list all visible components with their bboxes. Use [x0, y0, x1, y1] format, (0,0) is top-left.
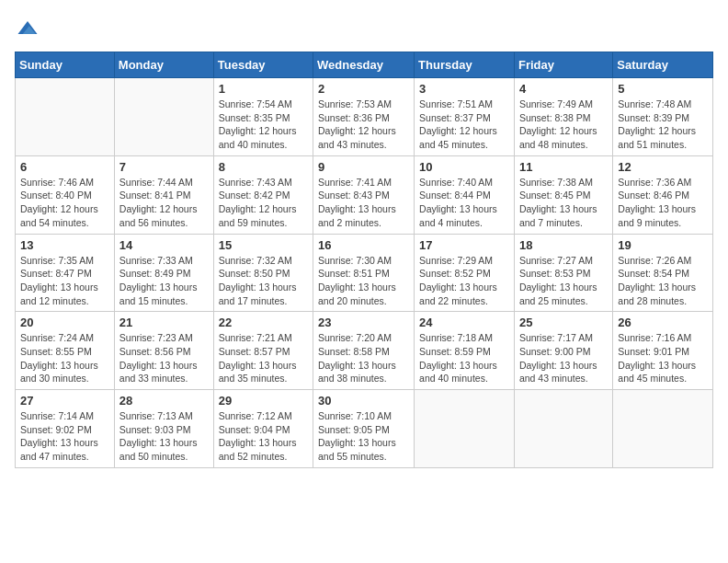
day-number: 18: [519, 238, 608, 252]
day-info: Sunrise: 7:38 AM Sunset: 8:45 PM Dayligh…: [519, 176, 608, 230]
calendar-cell: 12Sunrise: 7:36 AM Sunset: 8:46 PM Dayli…: [613, 155, 713, 234]
day-number: 19: [618, 238, 708, 252]
calendar-week-row: 20Sunrise: 7:24 AM Sunset: 8:55 PM Dayli…: [16, 312, 713, 390]
day-number: 27: [20, 394, 109, 408]
calendar-cell: 26Sunrise: 7:16 AM Sunset: 9:01 PM Dayli…: [613, 312, 713, 390]
day-number: 16: [318, 238, 409, 252]
day-number: 7: [119, 160, 209, 174]
day-info: Sunrise: 7:48 AM Sunset: 8:39 PM Dayligh…: [618, 98, 708, 152]
day-number: 28: [119, 394, 209, 408]
day-info: Sunrise: 7:18 AM Sunset: 8:59 PM Dayligh…: [419, 331, 509, 385]
calendar-cell: 6Sunrise: 7:46 AM Sunset: 8:40 PM Daylig…: [16, 155, 115, 234]
calendar-cell: 19Sunrise: 7:26 AM Sunset: 8:54 PM Dayli…: [613, 234, 713, 312]
day-number: 20: [20, 316, 109, 329]
calendar-cell: 24Sunrise: 7:18 AM Sunset: 8:59 PM Dayli…: [415, 312, 515, 390]
calendar-cell: 18Sunrise: 7:27 AM Sunset: 8:53 PM Dayli…: [514, 234, 612, 312]
day-number: 5: [618, 82, 708, 96]
day-info: Sunrise: 7:17 AM Sunset: 9:00 PM Dayligh…: [519, 331, 608, 385]
day-number: 11: [519, 160, 608, 174]
logo-icon: [15, 15, 40, 40]
day-number: 17: [419, 238, 509, 252]
day-number: 25: [519, 316, 608, 329]
day-info: Sunrise: 7:24 AM Sunset: 8:55 PM Dayligh…: [20, 331, 109, 385]
calendar-table: SundayMondayTuesdayWednesdayThursdayFrid…: [15, 52, 713, 468]
day-number: 6: [20, 160, 109, 174]
day-number: 24: [419, 316, 509, 329]
day-info: Sunrise: 7:51 AM Sunset: 8:37 PM Dayligh…: [419, 98, 509, 152]
calendar-cell: 17Sunrise: 7:29 AM Sunset: 8:52 PM Dayli…: [415, 234, 515, 312]
calendar-cell: 9Sunrise: 7:41 AM Sunset: 8:43 PM Daylig…: [313, 155, 415, 234]
calendar-cell: 27Sunrise: 7:14 AM Sunset: 9:02 PM Dayli…: [16, 390, 115, 468]
weekday-header: Wednesday: [313, 52, 415, 78]
day-info: Sunrise: 7:27 AM Sunset: 8:53 PM Dayligh…: [519, 254, 608, 308]
calendar-cell: [514, 390, 612, 468]
calendar-cell: [114, 78, 213, 156]
calendar-cell: 4Sunrise: 7:49 AM Sunset: 8:38 PM Daylig…: [514, 78, 612, 156]
day-info: Sunrise: 7:13 AM Sunset: 9:03 PM Dayligh…: [119, 409, 209, 464]
weekday-header: Sunday: [16, 52, 115, 78]
calendar-cell: 3Sunrise: 7:51 AM Sunset: 8:37 PM Daylig…: [415, 78, 515, 156]
day-number: 10: [419, 160, 509, 174]
calendar-cell: [613, 390, 713, 468]
day-info: Sunrise: 7:54 AM Sunset: 8:35 PM Dayligh…: [219, 98, 308, 152]
calendar-cell: 30Sunrise: 7:10 AM Sunset: 9:05 PM Dayli…: [313, 390, 415, 468]
day-number: 3: [419, 82, 509, 96]
calendar-cell: 25Sunrise: 7:17 AM Sunset: 9:00 PM Dayli…: [514, 312, 612, 390]
calendar-cell: 23Sunrise: 7:20 AM Sunset: 8:58 PM Dayli…: [313, 312, 415, 390]
calendar-cell: 28Sunrise: 7:13 AM Sunset: 9:03 PM Dayli…: [114, 390, 213, 468]
day-number: 12: [618, 160, 708, 174]
calendar-cell: 15Sunrise: 7:32 AM Sunset: 8:50 PM Dayli…: [213, 234, 313, 312]
day-number: 1: [219, 82, 308, 96]
calendar-cell: 29Sunrise: 7:12 AM Sunset: 9:04 PM Dayli…: [213, 390, 313, 468]
day-info: Sunrise: 7:14 AM Sunset: 9:02 PM Dayligh…: [20, 409, 109, 464]
calendar-cell: 16Sunrise: 7:30 AM Sunset: 8:51 PM Dayli…: [313, 234, 415, 312]
day-number: 21: [119, 316, 209, 329]
day-number: 4: [519, 82, 608, 96]
weekday-header: Friday: [514, 52, 612, 78]
calendar-cell: 1Sunrise: 7:54 AM Sunset: 8:35 PM Daylig…: [213, 78, 313, 156]
day-number: 8: [219, 160, 308, 174]
day-number: 23: [318, 316, 409, 329]
weekday-header: Monday: [114, 52, 213, 78]
day-number: 14: [119, 238, 209, 252]
calendar-cell: 2Sunrise: 7:53 AM Sunset: 8:36 PM Daylig…: [313, 78, 415, 156]
day-info: Sunrise: 7:16 AM Sunset: 9:01 PM Dayligh…: [618, 331, 708, 385]
calendar-cell: 20Sunrise: 7:24 AM Sunset: 8:55 PM Dayli…: [16, 312, 115, 390]
day-info: Sunrise: 7:44 AM Sunset: 8:41 PM Dayligh…: [119, 176, 209, 230]
day-info: Sunrise: 7:53 AM Sunset: 8:36 PM Dayligh…: [318, 98, 409, 152]
day-info: Sunrise: 7:10 AM Sunset: 9:05 PM Dayligh…: [318, 409, 409, 464]
calendar-cell: 7Sunrise: 7:44 AM Sunset: 8:41 PM Daylig…: [114, 155, 213, 234]
calendar-week-row: 13Sunrise: 7:35 AM Sunset: 8:47 PM Dayli…: [16, 234, 713, 312]
calendar-cell: 14Sunrise: 7:33 AM Sunset: 8:49 PM Dayli…: [114, 234, 213, 312]
day-info: Sunrise: 7:35 AM Sunset: 8:47 PM Dayligh…: [20, 254, 109, 308]
weekday-header: Saturday: [613, 52, 713, 78]
day-info: Sunrise: 7:43 AM Sunset: 8:42 PM Dayligh…: [219, 176, 308, 230]
day-info: Sunrise: 7:41 AM Sunset: 8:43 PM Dayligh…: [318, 176, 409, 230]
calendar-week-row: 6Sunrise: 7:46 AM Sunset: 8:40 PM Daylig…: [16, 155, 713, 234]
day-number: 26: [618, 316, 708, 329]
day-info: Sunrise: 7:20 AM Sunset: 8:58 PM Dayligh…: [318, 331, 409, 385]
calendar-cell: 8Sunrise: 7:43 AM Sunset: 8:42 PM Daylig…: [213, 155, 313, 234]
day-number: 30: [318, 394, 409, 408]
day-number: 13: [20, 238, 109, 252]
calendar-cell: 10Sunrise: 7:40 AM Sunset: 8:44 PM Dayli…: [415, 155, 515, 234]
logo: [15, 15, 44, 40]
day-number: 15: [219, 238, 308, 252]
day-info: Sunrise: 7:36 AM Sunset: 8:46 PM Dayligh…: [618, 176, 708, 230]
calendar-cell: 13Sunrise: 7:35 AM Sunset: 8:47 PM Dayli…: [16, 234, 115, 312]
calendar-cell: [16, 78, 115, 156]
day-info: Sunrise: 7:32 AM Sunset: 8:50 PM Dayligh…: [219, 254, 308, 308]
day-info: Sunrise: 7:40 AM Sunset: 8:44 PM Dayligh…: [419, 176, 509, 230]
day-info: Sunrise: 7:46 AM Sunset: 8:40 PM Dayligh…: [20, 176, 109, 230]
weekday-header: Thursday: [415, 52, 515, 78]
calendar-cell: 11Sunrise: 7:38 AM Sunset: 8:45 PM Dayli…: [514, 155, 612, 234]
day-number: 9: [318, 160, 409, 174]
day-info: Sunrise: 7:23 AM Sunset: 8:56 PM Dayligh…: [119, 331, 209, 385]
day-info: Sunrise: 7:29 AM Sunset: 8:52 PM Dayligh…: [419, 254, 509, 308]
calendar-week-row: 1Sunrise: 7:54 AM Sunset: 8:35 PM Daylig…: [16, 78, 713, 156]
calendar-cell: 22Sunrise: 7:21 AM Sunset: 8:57 PM Dayli…: [213, 312, 313, 390]
calendar-cell: [415, 390, 515, 468]
day-info: Sunrise: 7:12 AM Sunset: 9:04 PM Dayligh…: [219, 409, 308, 464]
day-info: Sunrise: 7:21 AM Sunset: 8:57 PM Dayligh…: [219, 331, 308, 385]
day-info: Sunrise: 7:30 AM Sunset: 8:51 PM Dayligh…: [318, 254, 409, 308]
